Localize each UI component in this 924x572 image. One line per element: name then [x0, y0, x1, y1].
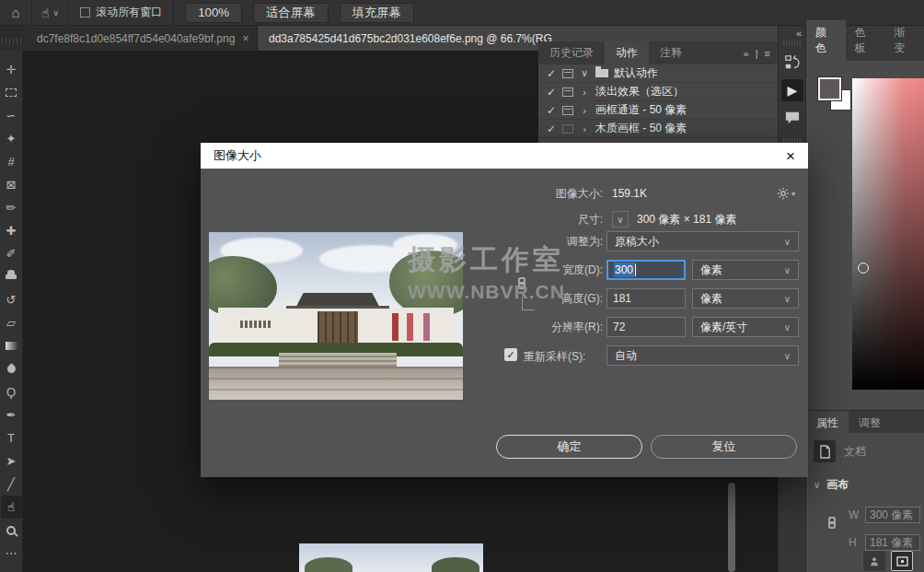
action-expand-icon[interactable]: › [579, 123, 590, 134]
tab-color[interactable]: 颜色 [806, 20, 846, 61]
tool-crop[interactable]: # [1, 150, 22, 173]
action-check-icon[interactable]: ✓ [546, 67, 557, 80]
action-check-icon[interactable]: ✓ [546, 86, 557, 99]
ruler-corner [0, 26, 26, 51]
color-cursor[interactable] [858, 263, 869, 274]
close-icon[interactable]: × [242, 31, 249, 45]
fit-to-value: 原稿大小 [615, 234, 659, 250]
tab-gradients[interactable]: 渐变 [884, 20, 924, 61]
tool-eyedropper[interactable]: ✏ [1, 196, 22, 219]
height-input[interactable]: 181 [606, 288, 686, 309]
tool-history-brush[interactable]: ↺ [1, 288, 22, 311]
tool-more-tools[interactable]: ⋯ [1, 542, 22, 565]
resolution-unit-select[interactable]: 像素/英寸 ∨ [692, 317, 799, 337]
action-row[interactable]: ✓ ∨ 默认动作 [538, 64, 778, 83]
dock-grip[interactable] [783, 41, 802, 45]
tool-brush[interactable]: ✐ [1, 242, 22, 265]
close-icon[interactable]: × [786, 148, 795, 164]
history-panel-icon[interactable] [781, 52, 803, 74]
tool-type[interactable]: T [1, 426, 22, 449]
action-check-icon[interactable]: ✓ [546, 123, 557, 135]
width-input[interactable]: 300 [606, 260, 686, 280]
document-icon[interactable] [814, 440, 836, 462]
tool-blur[interactable] [1, 357, 22, 380]
tab-swatches[interactable]: 色板 [846, 20, 885, 61]
chevron-down-icon: ∨ [784, 322, 791, 333]
action-row[interactable]: ✓ › 淡出效果（选区） [538, 83, 778, 101]
tool-line[interactable]: ╱ [1, 473, 22, 496]
panel-expand-icon[interactable]: » [744, 48, 749, 59]
actions-panel-play-icon[interactable]: ▶ [781, 79, 803, 101]
tool-marquee[interactable] [1, 81, 22, 104]
scroll-all-windows-checkbox[interactable]: 滚动所有窗口 [69, 5, 173, 20]
tab-properties[interactable]: 属性 [806, 411, 849, 433]
chevron-down-icon: ∨ [784, 294, 791, 304]
height-label: 高度(G): [201, 288, 603, 309]
action-check-icon[interactable]: ✓ [546, 104, 557, 117]
tab-actions[interactable]: 动作 [605, 41, 649, 64]
collapse-panels-icon[interactable]: « [796, 28, 801, 39]
landscape-orientation-button[interactable] [891, 551, 913, 571]
height-unit-select[interactable]: 像素 ∨ [692, 288, 799, 309]
tool-gradient[interactable] [1, 334, 22, 357]
canvas-w-field[interactable]: 300 像素 [865, 507, 920, 523]
tab-notes[interactable]: 注释 [649, 41, 693, 64]
tool-zoom[interactable] [1, 519, 22, 542]
link-dimensions-icon[interactable] [828, 517, 836, 532]
tab-adjustments[interactable]: 调整 [849, 411, 891, 433]
resolution-input[interactable]: 72 [606, 317, 686, 337]
portrait-orientation-button[interactable] [863, 551, 885, 571]
action-expand-icon[interactable]: › [579, 105, 590, 116]
dialog-titlebar[interactable]: 图像大小 × [201, 143, 808, 169]
color-picker-field[interactable] [852, 78, 924, 390]
document-label: 文档 [844, 444, 866, 460]
canvas-h-field[interactable]: 181 像素 [865, 534, 920, 551]
action-row[interactable]: ✓ › 木质画框 - 50 像素 [538, 120, 778, 138]
tool-healing-brush[interactable]: ✚ [1, 219, 22, 242]
tool-dodge[interactable]: Ϙ [1, 380, 22, 403]
tool-path-select[interactable]: ➤ [1, 449, 22, 473]
dialog-options[interactable]: ▾ [777, 187, 795, 200]
document-tab-1[interactable]: dc7fe8f8c1d0e854ff7d54e040afe9bf.png × [26, 26, 258, 51]
width-unit-select[interactable]: 像素 ∨ [692, 260, 799, 280]
fill-screen-button[interactable]: 填充屏幕 [340, 3, 414, 23]
action-dialog-toggle-icon[interactable] [562, 88, 573, 97]
fit-to-select[interactable]: 原稿大小 ∨ [606, 231, 799, 251]
tool-hand[interactable]: ☝ [1, 496, 22, 519]
home-icon[interactable]: ⌂ [0, 5, 31, 20]
action-row[interactable]: ✓ › 画框通道 - 50 像素 [538, 101, 778, 120]
action-expand-icon[interactable]: ∨ [579, 67, 590, 79]
action-dialog-toggle-icon[interactable] [562, 69, 573, 78]
tool-move[interactable]: ✛ [1, 58, 22, 81]
scroll-all-windows-label: 滚动所有窗口 [96, 5, 162, 20]
zoom-100-button[interactable]: 100% [185, 3, 242, 23]
canvas-section-label: 画布 [826, 477, 849, 493]
ok-button[interactable]: 确定 [496, 435, 642, 459]
resample-checkbox[interactable]: ✓ [504, 348, 517, 361]
dimensions-dropdown-icon[interactable]: ∨ [612, 211, 629, 228]
resample-select[interactable]: 自动 ∨ [606, 345, 799, 366]
actions-list: ✓ ∨ 默认动作 ✓ › 淡出效果（选区） ✓ › [538, 64, 778, 145]
action-dialog-toggle-icon[interactable] [562, 106, 573, 115]
action-label: 默认动作 [614, 65, 658, 81]
tool-quick-select[interactable]: ✦ [1, 127, 22, 150]
hand-tool-indicator[interactable]: ☝ ∨ [32, 6, 68, 20]
fit-screen-button[interactable]: 适合屏幕 [253, 3, 328, 23]
chevron-down-icon[interactable]: ∨ [814, 480, 820, 490]
tool-lasso[interactable]: ∽ [1, 104, 22, 127]
reset-button[interactable]: 复位 [651, 435, 797, 459]
action-dialog-toggle-icon[interactable] [562, 124, 573, 134]
foreground-color-swatch[interactable] [818, 77, 841, 100]
notes-panel-icon[interactable] [781, 107, 803, 129]
image-size-dialog: 图像大小 × 图像大小: 159.1K ▾ [201, 143, 808, 477]
tool-frame[interactable]: ⊠ [1, 173, 22, 196]
image-preview[interactable] [209, 232, 463, 400]
tool-pen[interactable]: ✒ [1, 403, 22, 426]
tool-clone-stamp[interactable] [1, 265, 22, 288]
canvas-scrollbar[interactable] [728, 483, 735, 572]
action-expand-icon[interactable]: › [579, 87, 590, 98]
image-size-label: 图像大小: [201, 183, 603, 204]
panel-menu-icon[interactable]: ≡ [765, 48, 770, 59]
tab-history[interactable]: 历史记录 [538, 41, 605, 64]
tool-eraser[interactable]: ▱ [1, 311, 22, 334]
